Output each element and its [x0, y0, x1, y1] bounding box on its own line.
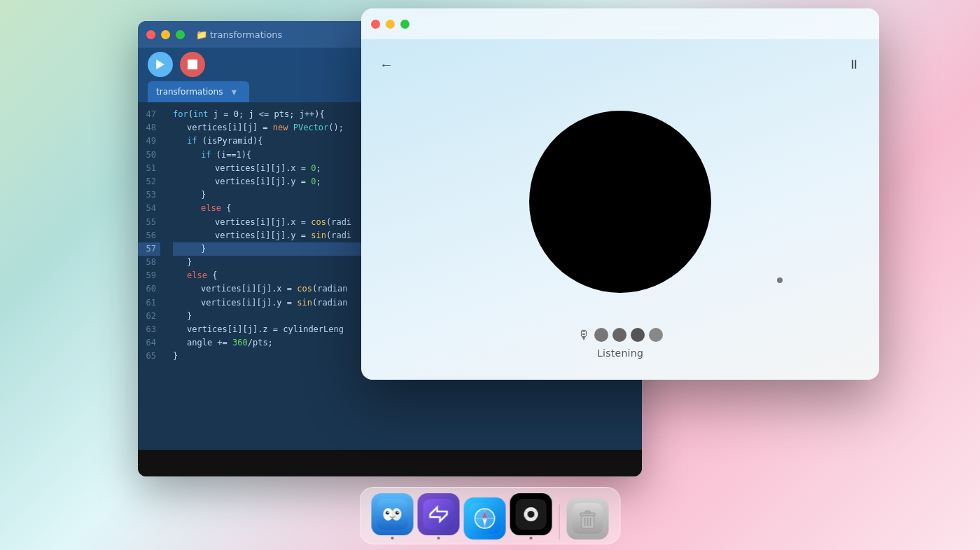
voice-assistant-window: ← ⏸ 🎙 Listening [361, 8, 879, 380]
code-output-area [138, 450, 642, 476]
listening-label: Listening [597, 348, 643, 359]
tab-transformations[interactable]: transformations ▼ [148, 81, 249, 102]
code-maximize-button[interactable] [176, 30, 185, 39]
stop-button[interactable] [180, 52, 205, 77]
trash-icon [567, 497, 609, 539]
code-window-title: transformations [210, 29, 282, 40]
audio-dot-2 [612, 328, 626, 342]
dock-item-safari[interactable] [464, 497, 506, 539]
audio-dot-1 [594, 328, 608, 342]
listening-section: 🎙 Listening [578, 327, 663, 366]
pause-icon: ⏸ [848, 57, 860, 72]
svg-point-8 [397, 511, 398, 513]
dock [360, 487, 621, 544]
voice-maximize-button[interactable] [400, 20, 410, 29]
translator-dot [438, 537, 440, 539]
back-button[interactable]: ← [375, 53, 398, 76]
microphone-icon: 🎙 [578, 327, 590, 342]
tab-dropdown-icon[interactable]: ▼ [227, 88, 241, 96]
finder-dot [391, 537, 394, 539]
code-close-button[interactable] [146, 30, 155, 39]
svg-rect-9 [424, 499, 454, 530]
pause-button[interactable]: ⏸ [843, 53, 865, 76]
voice-titlebar [361, 8, 879, 39]
dock-item-chatgpt[interactable] [510, 493, 552, 539]
voice-circle [529, 111, 711, 293]
chatgpt-dot [530, 537, 533, 539]
svg-rect-22 [585, 511, 591, 514]
svg-point-7 [387, 511, 388, 513]
finder-icon [372, 493, 414, 535]
dock-separator [559, 504, 560, 539]
voice-close-button[interactable] [371, 20, 380, 29]
back-icon: ← [379, 57, 393, 73]
mic-dots-row: 🎙 [578, 327, 663, 342]
svg-point-6 [396, 511, 399, 515]
svg-point-5 [386, 511, 389, 515]
audio-dot-4 [649, 328, 663, 342]
folder-icon: 📁 [196, 29, 207, 40]
voice-nav: ← ⏸ [375, 53, 865, 76]
svg-rect-1 [188, 60, 197, 69]
play-button[interactable] [148, 52, 173, 77]
line-numbers: 47 48 49 50 51 52 53 54 55 56 57 58 59 6… [138, 102, 166, 450]
audio-dot-3 [631, 328, 645, 342]
dock-item-trash[interactable] [567, 497, 609, 539]
svg-point-18 [529, 512, 533, 516]
chatgpt-icon [510, 493, 552, 535]
tab-label: transformations [156, 87, 223, 97]
safari-icon [464, 497, 506, 539]
dock-item-finder[interactable] [372, 493, 414, 539]
translator-icon [418, 493, 460, 535]
code-minimize-button[interactable] [161, 30, 170, 39]
voice-minimize-button[interactable] [386, 20, 395, 29]
dock-item-translator[interactable] [418, 493, 460, 539]
svg-marker-0 [156, 60, 164, 69]
voice-body: ← ⏸ 🎙 Listening [361, 39, 879, 380]
